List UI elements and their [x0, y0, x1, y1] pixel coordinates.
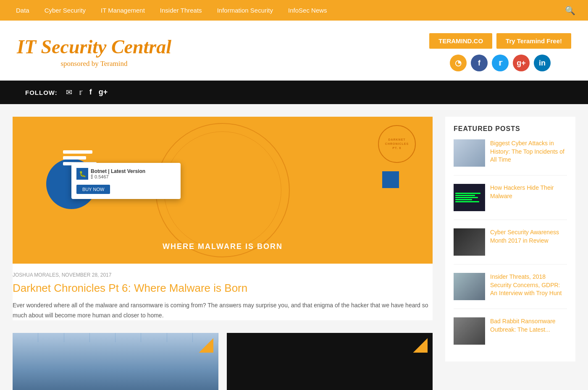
social-icons: ◔ f 𝕣 g+ in [450, 55, 551, 71]
featured-image-inner: DARKNETCHRONICLESPT. 6 [13, 117, 433, 264]
rss-icon[interactable]: ◔ [450, 55, 467, 71]
site-logo: IT Security Central sponsored by Teramin… [17, 37, 171, 68]
article-title[interactable]: Darknet Chronicles Pt 6: Where Malware i… [13, 281, 433, 296]
try-teramind-button[interactable]: Try Teramind Free! [496, 33, 571, 49]
ba-image-dark[interactable] [227, 333, 433, 390]
twitter-icon[interactable]: 𝕣 [492, 55, 509, 71]
botnet-label: Botnet | Latest Version [91, 168, 145, 174]
divider-2 [454, 264, 567, 264]
nav-it-management[interactable]: IT Management [93, 0, 152, 21]
building-image [13, 333, 218, 390]
fp-thumb-0 [454, 139, 485, 167]
featured-post-item-2: Cyber Security Awareness Month 2017 in R… [454, 228, 567, 256]
fp-link-3[interactable]: Insider Threats, 2018 Security Concerns,… [490, 273, 567, 298]
bottom-articles [13, 333, 433, 390]
fp-link-2[interactable]: Cyber Security Awareness Month 2017 in R… [490, 228, 567, 245]
code-line [455, 199, 472, 200]
buy-now-button[interactable]: BUY NOW [76, 185, 110, 194]
bw-header: 🐛 Botnet | Latest Version ₿ 0.5467 [76, 168, 176, 180]
google-plus-icon[interactable]: g+ [513, 55, 530, 71]
fp-thumb-2 [454, 228, 485, 256]
code-line [455, 193, 480, 194]
follow-label: FOLLOW: [25, 89, 58, 96]
keyboard-thumbnail [454, 228, 485, 256]
code-line [455, 197, 478, 198]
bottom-article-1 [13, 333, 218, 390]
person-thumbnail [454, 273, 485, 300]
screen-container: 🐛 Botnet | Latest Version ₿ 0.5467 BUY N… [13, 117, 433, 264]
search-icon[interactable]: 🔍 [561, 5, 580, 16]
dark-image [227, 333, 433, 390]
rabbit-thumbnail [454, 317, 485, 345]
featured-posts-section: FEATURED POSTS Biggest Cyber Attacks in … [445, 117, 575, 361]
divider-3 [454, 309, 567, 309]
nav-data[interactable]: Data [8, 0, 37, 21]
header-right: TERAMIND.CO Try Teramind Free! ◔ f 𝕣 g+ … [429, 33, 571, 71]
nav-infosec-news[interactable]: InfoSec News [281, 0, 335, 21]
featured-article: DARKNETCHRONICLESPT. 6 [13, 117, 433, 320]
blue-squares-decoration [382, 171, 399, 188]
divider-0 [454, 175, 567, 175]
follow-email-icon[interactable]: ✉ [66, 88, 72, 97]
teramind-button[interactable]: TERAMIND.CO [429, 33, 492, 49]
header-buttons: TERAMIND.CO Try Teramind Free! [429, 33, 571, 49]
featured-post-item-4: Bad Rabbit Ransomware Outbreak: The Late… [454, 317, 567, 345]
logo-title: IT Security Central [17, 37, 171, 58]
ba-image-building[interactable] [13, 333, 218, 390]
follow-gplus-icon[interactable]: g+ [99, 88, 108, 97]
line-bar [63, 156, 86, 160]
fp-link-0[interactable]: Biggest Cyber Attacks in History: The To… [490, 139, 567, 164]
fp-thumb-1 [454, 184, 485, 211]
follow-facebook-icon[interactable]: f [89, 88, 92, 97]
building-grid [13, 333, 218, 390]
fp-link-4[interactable]: Bad Rabbit Ransomware Outbreak: The Late… [490, 317, 567, 334]
main-container: DARKNETCHRONICLESPT. 6 [4, 117, 584, 390]
fp-link-1[interactable]: How Hackers Hide Their Malware [490, 184, 567, 200]
site-header: IT Security Central sponsored by Teramin… [0, 21, 588, 81]
browser-window-mockup: 🐛 Botnet | Latest Version ₿ 0.5467 BUY N… [71, 163, 181, 199]
bottom-article-2 [227, 333, 433, 390]
follow-icons: ✉ 𝕣 f g+ [66, 88, 108, 97]
featured-post-item-0: Biggest Cyber Attacks in History: The To… [454, 139, 567, 167]
nav-information-security[interactable]: Information Security [210, 0, 281, 21]
bug-icon: 🐛 [79, 170, 86, 177]
main-nav: Data Cyber Security IT Management Inside… [0, 0, 588, 21]
sidebar: FEATURED POSTS Biggest Cyber Attacks in … [445, 117, 575, 390]
divider-1 [454, 220, 567, 220]
blue-square [382, 171, 399, 188]
nav-links: Data Cyber Security IT Management Inside… [8, 0, 335, 21]
fp-thumb-4 [454, 317, 485, 345]
facebook-icon[interactable]: f [471, 55, 488, 71]
follow-twitter-icon[interactable]: 𝕣 [79, 88, 83, 97]
linkedin-icon[interactable]: in [534, 55, 551, 71]
featured-post-item-1: How Hackers Hide Their Malware [454, 184, 567, 211]
follow-bar: FOLLOW: ✉ 𝕣 f g+ [17, 81, 571, 104]
laptop-thumbnail [454, 139, 485, 167]
content-area: DARKNETCHRONICLESPT. 6 [13, 117, 433, 390]
article-excerpt: Ever wondered where all of the malware a… [13, 301, 433, 321]
code-line [455, 195, 475, 196]
featured-post-item-3: Insider Threats, 2018 Security Concerns,… [454, 273, 567, 300]
logo-subtitle: sponsored by Teramind [17, 60, 171, 68]
bug-icon-container: 🐛 [76, 168, 88, 180]
nav-cyber-security[interactable]: Cyber Security [37, 0, 93, 21]
malware-image-text: WHERE MALWARE IS BORN [163, 242, 283, 251]
botnet-price: ₿ 0.5467 [91, 174, 145, 179]
featured-image: DARKNETCHRONICLESPT. 6 [13, 117, 433, 264]
code-line [455, 201, 479, 202]
article-meta: JOSHUA MORALES, NOVEMBER 28, 2017 [13, 272, 433, 278]
nav-insider-threats[interactable]: Insider Threats [152, 0, 210, 21]
line-bar [63, 150, 92, 154]
fp-thumb-3 [454, 273, 485, 300]
article-body: JOSHUA MORALES, NOVEMBER 28, 2017 Darkne… [13, 264, 433, 320]
featured-posts-title: FEATURED POSTS [454, 125, 567, 133]
code-thumbnail [454, 184, 485, 211]
